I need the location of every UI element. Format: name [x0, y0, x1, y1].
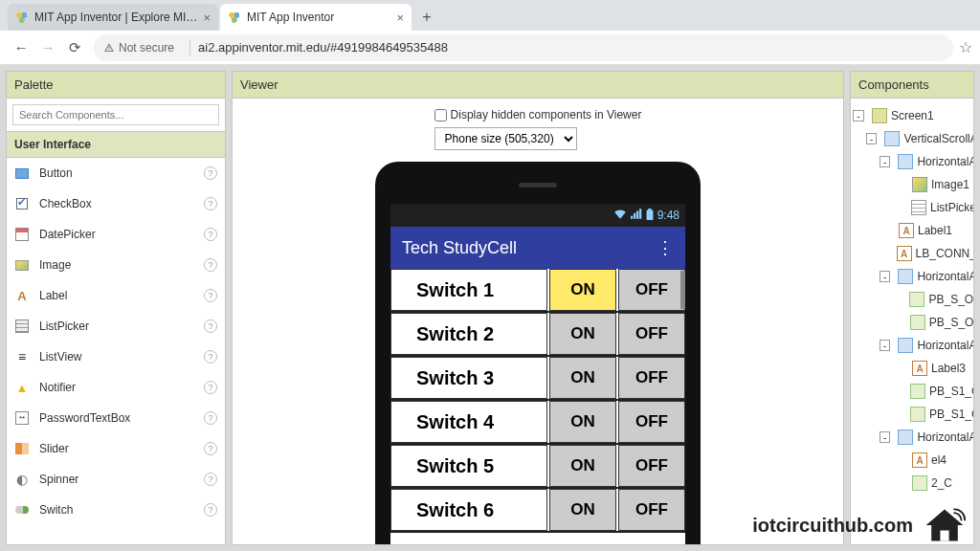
switch-off-button[interactable]: OFF [618, 313, 685, 355]
button-icon [15, 168, 29, 179]
help-icon[interactable]: ? [204, 228, 217, 241]
expand-icon[interactable]: - [880, 340, 890, 351]
forward-button[interactable]: → [34, 34, 61, 61]
tree-node[interactable]: ALabel3 [853, 357, 973, 380]
switch-on-button[interactable]: ON [549, 357, 616, 399]
help-icon[interactable]: ? [204, 289, 217, 302]
switch-off-button[interactable]: OFF [618, 269, 685, 311]
expand-icon[interactable]: - [880, 156, 890, 167]
expand-icon[interactable]: - [880, 431, 890, 443]
switch-on-button[interactable]: ON [549, 401, 616, 443]
tree-node[interactable]: -Screen1 [853, 104, 973, 127]
switch-off-button[interactable]: OFF [618, 357, 685, 399]
phone-mock: 9:48 Tech StudyCell ⋮ Switch 1 ON OFFSwi… [375, 162, 701, 545]
checkbox-icon [16, 198, 28, 209]
slider-icon [15, 443, 29, 454]
arr-icon [898, 269, 913, 284]
search-input[interactable] [12, 104, 219, 125]
help-icon[interactable]: ? [204, 197, 217, 210]
phone-screen[interactable]: 9:48 Tech StudyCell ⋮ Switch 1 ON OFFSwi… [390, 204, 685, 545]
switch-row: Switch 5 ON OFF [390, 445, 685, 489]
txt-icon: A [899, 223, 914, 238]
switch-off-button[interactable]: OFF [618, 401, 685, 443]
tree-node[interactable]: ALB_CONN_S [853, 242, 973, 265]
switch-on-button[interactable]: ON [549, 313, 616, 355]
scrollbar-thumb[interactable] [680, 271, 685, 309]
display-hidden-option[interactable]: Display hidden components in Viewer [434, 108, 642, 121]
palette-item-password[interactable]: **PasswordTextBox? [7, 403, 225, 433]
tree-node[interactable]: ALabel1 [853, 219, 973, 242]
help-icon[interactable]: ? [204, 442, 217, 455]
palette-item-checkbox[interactable]: CheckBox? [7, 188, 225, 219]
menu-icon[interactable]: ⋮ [657, 237, 674, 258]
browser-tab[interactable]: MIT App Inventor × [220, 4, 412, 31]
tree-node[interactable]: 2_C [853, 472, 973, 495]
phone-size-select[interactable]: Phone size (505,320) [434, 127, 577, 150]
switch-label: Switch 1 [390, 269, 547, 311]
help-icon[interactable]: ? [204, 473, 217, 486]
reload-button[interactable]: ⟳ [61, 34, 88, 61]
favicon-icon [15, 11, 29, 24]
switch-off-button[interactable]: OFF [618, 489, 685, 531]
switch-on-button[interactable]: ON [549, 489, 616, 531]
switch-row: Switch 2 ON OFF [390, 313, 685, 357]
bookmark-icon[interactable]: ☆ [959, 38, 972, 56]
house-icon [923, 505, 967, 545]
tree-node[interactable]: PB_S1_C [853, 380, 973, 403]
tree-node[interactable]: Ael4 [853, 449, 973, 472]
palette-item-datepicker[interactable]: DatePicker? [7, 219, 225, 250]
status-bar: 9:48 [390, 204, 685, 227]
wifi-icon [613, 209, 627, 222]
palette-item-listpicker[interactable]: ListPicker? [7, 311, 225, 342]
tree-node[interactable]: -HorizontalA [853, 265, 973, 288]
battery-icon [646, 209, 654, 223]
tree-node[interactable]: PB_S1_C [853, 403, 973, 426]
tree-node[interactable]: -HorizontalA [853, 150, 973, 173]
tree-node[interactable]: PB_S_OF [853, 311, 973, 334]
arr-icon [884, 131, 900, 146]
list-icon [911, 200, 926, 215]
help-icon[interactable]: ? [204, 350, 217, 364]
expand-icon[interactable]: - [880, 271, 890, 282]
switch-on-button[interactable]: ON [549, 269, 616, 311]
tree-node[interactable]: -HorizontalA [853, 426, 973, 449]
img-icon [912, 177, 927, 192]
help-icon[interactable]: ? [204, 320, 217, 333]
component-list: Button? CheckBox? DatePicker? Image? ALa… [7, 158, 225, 525]
browser-tab-bar: MIT App Inventor | Explore MIT A × MIT A… [0, 0, 980, 31]
switch-label: Switch 2 [390, 313, 547, 355]
tree-node[interactable]: -VerticalScrollA [853, 127, 973, 150]
tree-node[interactable]: PB_S_ON [853, 288, 973, 311]
tree-node[interactable]: ListPicke [853, 196, 973, 219]
expand-icon[interactable]: - [866, 133, 877, 144]
help-icon[interactable]: ? [204, 411, 217, 425]
help-icon[interactable]: ? [204, 503, 217, 517]
help-icon[interactable]: ? [204, 258, 217, 272]
palette-section[interactable]: User Interface [7, 131, 225, 158]
display-hidden-checkbox[interactable] [434, 109, 447, 121]
close-icon[interactable]: × [203, 11, 211, 25]
url-input[interactable]: Not secure ai2.appinventor.mit.edu/#4919… [94, 34, 953, 61]
warning-icon [103, 42, 115, 54]
palette-item-button[interactable]: Button? [7, 158, 225, 188]
help-icon[interactable]: ? [204, 381, 217, 394]
components-panel: Components -Screen1-VerticalScrollA-Hori… [850, 71, 974, 545]
new-tab-button[interactable]: + [413, 4, 440, 31]
tree-node[interactable]: Image1 [853, 173, 973, 196]
switch-on-button[interactable]: ON [549, 445, 616, 487]
close-icon[interactable]: × [396, 11, 404, 25]
tree-node[interactable]: -HorizontalA [853, 334, 973, 357]
palette-item-label[interactable]: ALabel? [7, 280, 225, 311]
palette-item-switch[interactable]: Switch? [7, 495, 225, 525]
palette-item-notifier[interactable]: ▲Notifier? [7, 372, 225, 403]
browser-tab[interactable]: MIT App Inventor | Explore MIT A × [8, 4, 218, 31]
palette-item-slider[interactable]: Slider? [7, 433, 225, 464]
back-button[interactable]: ← [8, 34, 34, 61]
palette-item-image[interactable]: Image? [7, 250, 225, 280]
palette-item-spinner[interactable]: ◐Spinner? [7, 464, 225, 495]
help-icon[interactable]: ? [204, 166, 217, 180]
arr-icon [898, 430, 913, 445]
expand-icon[interactable]: - [853, 110, 864, 121]
palette-item-listview[interactable]: ≡ListView? [7, 342, 225, 372]
switch-off-button[interactable]: OFF [618, 445, 685, 487]
